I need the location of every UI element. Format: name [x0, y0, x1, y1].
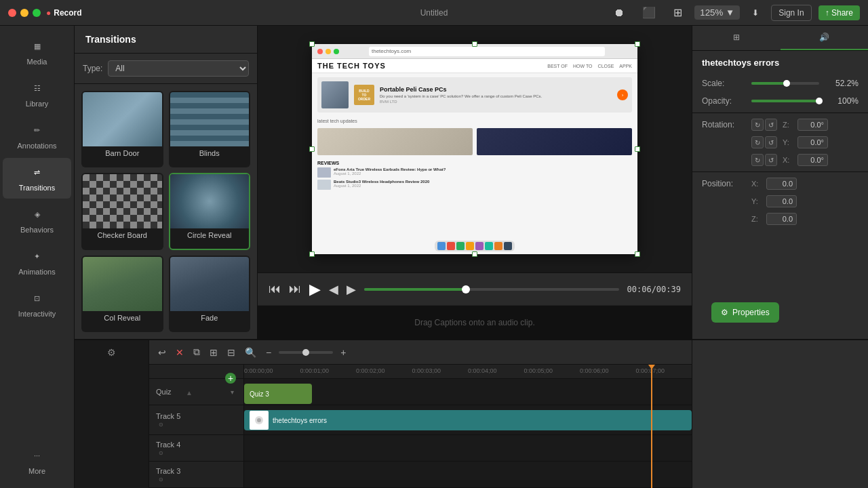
ruler-marks: 0:00:00;00 0:00:01;00 0:00:02;00 0:00:03…	[244, 365, 692, 378]
position-x-input[interactable]	[766, 178, 797, 190]
bottom-section: ⚙ ↩ ✕ ⧉ ⊞ ⊟ 🔍 −	[75, 339, 868, 488]
clip-audio-thetechtoys[interactable]: thetechtoys errors	[244, 410, 692, 430]
paste-button[interactable]: ⊞	[208, 345, 220, 360]
opacity-slider[interactable]	[751, 100, 819, 102]
crop-icon-btn[interactable]: ⊞	[668, 3, 688, 22]
undo-button[interactable]: ↩	[156, 345, 168, 360]
transition-circle-reveal[interactable]: Circle Reveal	[169, 173, 251, 249]
handle-bottom-right[interactable]	[635, 251, 640, 257]
close-window-btn[interactable]	[8, 9, 16, 17]
close-button[interactable]: ✕	[174, 345, 186, 360]
next-frame-button[interactable]: ▶	[347, 282, 356, 297]
rot-ccw-btn[interactable]: ↺	[765, 119, 777, 131]
handle-mid-left[interactable]	[309, 146, 315, 152]
signin-button[interactable]: Sign In	[771, 5, 811, 21]
window-controls	[8, 9, 41, 17]
sidebar-item-library[interactable]: ☷ Library	[3, 74, 71, 115]
rot-x-cw-btn[interactable]: ↻	[751, 154, 764, 166]
scroll-up-btn[interactable]: ▲	[186, 389, 193, 396]
zoom-track[interactable]	[279, 351, 333, 354]
copy-button[interactable]: ⧉	[191, 344, 202, 360]
add-track-button[interactable]: +	[225, 373, 236, 384]
scrubber-track[interactable]	[364, 288, 619, 291]
handle-top-left[interactable]	[309, 41, 315, 47]
transition-col2[interactable]: Fade	[169, 256, 251, 332]
rot-y-cw-btn[interactable]: ↻	[751, 136, 764, 148]
zoom-in-button[interactable]: +	[338, 345, 348, 360]
share-button[interactable]: ↑ Share	[818, 5, 860, 20]
step-back-button[interactable]: ⏭	[289, 282, 301, 296]
reviews-section: REVIEWS eFons Aria True Wireless Earbuds…	[312, 158, 637, 195]
content-area: Transitions Type: All 2D 3D Barn Door	[75, 26, 868, 488]
handle-top-right[interactable]	[635, 41, 640, 47]
rotation-x-btns: ↻ ↺	[751, 154, 777, 166]
zoom-thumb[interactable]	[302, 349, 309, 356]
record-button[interactable]: ● Record	[41, 5, 87, 20]
rot-x-ccw-btn[interactable]: ↺	[765, 154, 777, 166]
ruler-mark-3: 0:00:03;00	[412, 367, 441, 374]
ruler-mark-2: 0:00:02;00	[356, 367, 385, 374]
track-option-btn[interactable]: ▾	[227, 388, 237, 396]
sidebar-item-more[interactable]: ··· More	[3, 441, 71, 482]
skip-back-button[interactable]: ⏮	[269, 282, 281, 296]
scrubber-thumb[interactable]	[462, 285, 470, 293]
handle-mid-right[interactable]	[635, 146, 640, 152]
sidebar-label-media: Media	[27, 58, 47, 66]
position-z-input[interactable]	[766, 213, 797, 225]
bottom-left-spacer: ⚙	[75, 340, 149, 488]
divider-1	[692, 113, 868, 113]
transition-blinds[interactable]: Blinds	[169, 91, 251, 167]
track5-ctrl-btn[interactable]: ⊙	[156, 422, 165, 428]
col1-label: Col Reveal	[83, 311, 162, 325]
zoom-button[interactable]: 125% ▼	[694, 5, 740, 20]
transition-col1[interactable]: Col Reveal	[81, 256, 163, 332]
handle-bottom-mid[interactable]	[472, 251, 477, 257]
sidebar-label-animations: Animations	[18, 268, 55, 276]
transitions-icon: ⇌	[30, 165, 45, 180]
rotation-y-input[interactable]	[797, 136, 828, 148]
clip-quiz3[interactable]: Quiz 3	[244, 384, 312, 404]
handle-top-mid[interactable]	[472, 41, 477, 47]
rot-y-ccw-btn[interactable]: ↺	[765, 136, 777, 148]
track4-ctrl-btn[interactable]: ⊙	[156, 450, 165, 456]
search-button[interactable]: 🔍	[243, 345, 258, 360]
minimize-window-btn[interactable]	[20, 9, 28, 17]
record-icon-btn[interactable]: ⏺	[608, 4, 630, 22]
tab-timeline-view[interactable]: ⊞	[692, 26, 781, 50]
track-content-4	[244, 435, 692, 461]
prev-frame-button[interactable]: ◀	[329, 282, 338, 297]
export-button[interactable]: ⬇	[747, 5, 764, 20]
transition-checker-board[interactable]: Checker Board	[81, 173, 163, 249]
divider-2	[692, 171, 868, 172]
filter-select[interactable]: All 2D 3D	[108, 60, 249, 77]
sidebar-label-library: Library	[26, 100, 49, 108]
split-button[interactable]: ⊟	[225, 345, 237, 360]
transition-barn-door[interactable]: Barn Door	[81, 91, 163, 167]
maximize-window-btn[interactable]	[33, 9, 41, 17]
sidebar-item-annotations[interactable]: ✏ Annotations	[3, 116, 71, 157]
sidebar-item-behaviors[interactable]: ◈ Behaviors	[3, 200, 71, 241]
scale-label: Scale:	[702, 79, 746, 88]
rotation-x-input[interactable]	[797, 154, 828, 166]
site-header: THE TECH TOYS BEST OF HOW TO CLOSE APPK	[312, 59, 637, 73]
rotation-z-input[interactable]	[797, 119, 828, 131]
tab-properties[interactable]: 🔊	[781, 26, 869, 50]
properties-button[interactable]: ⚙ Properties	[711, 302, 779, 323]
settings-icon[interactable]: ⚙	[107, 347, 116, 358]
sidebar-item-media[interactable]: ▦ Media	[3, 32, 71, 73]
sidebar-item-transitions[interactable]: ⇌ Transitions	[3, 158, 71, 199]
rot-cw-btn[interactable]: ↻	[751, 119, 764, 131]
track3-ctrl-btn[interactable]: ⊙	[156, 476, 165, 483]
handle-bottom-left[interactable]	[309, 251, 315, 257]
timeline-main: ↩ ✕ ⧉ ⊞ ⊟ 🔍 − +	[149, 340, 692, 488]
play-button[interactable]: ▶	[309, 281, 321, 298]
sidebar-item-animations[interactable]: ✦ Animations	[3, 242, 71, 283]
sidebar-item-interactivity[interactable]: ⊡ Interactivity	[3, 284, 71, 325]
scale-slider[interactable]	[751, 82, 819, 85]
position-y-input[interactable]	[766, 195, 797, 207]
stop-icon-btn[interactable]: ⬛	[637, 3, 661, 22]
ad-text: Portable Peli Case PCs Do you need a 'sy…	[380, 86, 542, 104]
opacity-label: Opacity:	[702, 96, 746, 106]
zoom-out-button[interactable]: −	[264, 345, 273, 360]
barn-door-thumb	[83, 92, 162, 146]
